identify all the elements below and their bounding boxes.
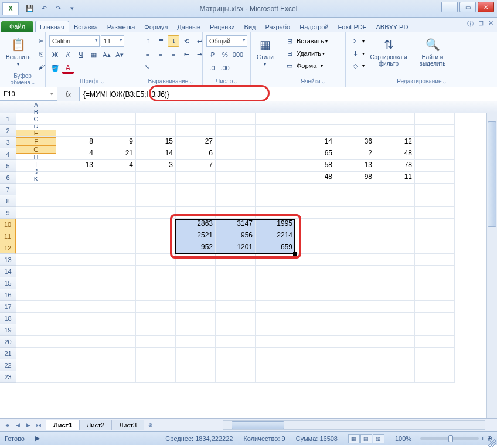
cell-E6[interactable] — [176, 172, 216, 184]
sheet-tab-2[interactable]: Лист3 — [111, 420, 144, 430]
cell-K23[interactable] — [415, 371, 455, 383]
cell-J19[interactable] — [375, 324, 415, 336]
font-grow-button[interactable]: A▴ — [101, 49, 113, 60]
cell-H10[interactable] — [295, 219, 335, 230]
cell-D12[interactable] — [136, 242, 176, 254]
cell-H9[interactable] — [295, 207, 335, 219]
number-format-combo[interactable]: Общий — [206, 35, 247, 47]
row-header-5[interactable]: 5 — [0, 160, 16, 172]
cell-H21[interactable] — [295, 348, 335, 359]
app-icon[interactable]: X — [2, 2, 19, 15]
cell-G19[interactable] — [256, 324, 295, 336]
align-right-button[interactable]: ≡ — [168, 48, 179, 60]
decimal-decrease-button[interactable]: .00 — [219, 62, 231, 74]
cell-A3[interactable] — [16, 137, 56, 148]
cell-C17[interactable] — [96, 301, 136, 313]
row-header-2[interactable]: 2 — [0, 125, 16, 137]
paste-button[interactable]: 📋 Вставить ▾ — [4, 35, 33, 68]
cell-F3[interactable] — [216, 137, 256, 148]
cell-F22[interactable] — [216, 359, 256, 371]
cell-B13[interactable] — [56, 254, 96, 266]
save-button[interactable]: 💾 — [23, 2, 36, 15]
cell-E7[interactable] — [176, 184, 216, 195]
cell-F9[interactable] — [216, 207, 256, 219]
cell-B23[interactable] — [56, 371, 96, 383]
cell-G11[interactable]: 2214 — [256, 230, 295, 242]
cell-G21[interactable] — [256, 348, 295, 359]
cell-B19[interactable] — [56, 324, 96, 336]
cell-A23[interactable] — [16, 371, 56, 383]
row-header-15[interactable]: 15 — [0, 277, 16, 289]
border-button[interactable]: ▦ — [88, 49, 100, 60]
undo-button[interactable]: ↶ — [38, 2, 50, 15]
cell-A18[interactable] — [16, 313, 56, 324]
cell-G7[interactable] — [256, 184, 295, 195]
italic-button[interactable]: К — [62, 49, 74, 60]
row-header-7[interactable]: 7 — [0, 184, 16, 195]
cell-H4[interactable]: 65 — [295, 148, 335, 160]
sheet-nav-prev[interactable]: ◀ — [13, 420, 22, 430]
cell-G9[interactable] — [256, 207, 295, 219]
cell-J15[interactable] — [375, 277, 415, 289]
cell-G16[interactable] — [256, 289, 295, 301]
row-header-9[interactable]: 9 — [0, 207, 16, 219]
cell-C19[interactable] — [96, 324, 136, 336]
cell-E9[interactable] — [176, 207, 216, 219]
cell-D20[interactable] — [136, 336, 176, 348]
cell-B5[interactable]: 13 — [56, 160, 96, 172]
cell-H22[interactable] — [295, 359, 335, 371]
cell-I14[interactable] — [335, 266, 375, 277]
ribbon-tab-5[interactable]: Рецензи — [205, 21, 240, 32]
cell-A17[interactable] — [16, 301, 56, 313]
zoom-in-button[interactable]: + — [481, 435, 485, 442]
decimal-increase-button[interactable]: .0 — [206, 62, 218, 74]
cell-H6[interactable]: 48 — [295, 172, 335, 184]
cell-B16[interactable] — [56, 289, 96, 301]
row-header-18[interactable]: 18 — [0, 313, 16, 324]
cell-C4[interactable]: 21 — [96, 148, 136, 160]
cell-D13[interactable] — [136, 254, 176, 266]
help-icon[interactable]: ⓘ — [467, 19, 474, 28]
cell-G8[interactable] — [256, 195, 295, 207]
cell-K18[interactable] — [415, 313, 455, 324]
cell-G18[interactable] — [256, 313, 295, 324]
cell-F4[interactable] — [216, 148, 256, 160]
font-shrink-button[interactable]: A▾ — [114, 49, 125, 60]
cell-G2[interactable] — [256, 125, 295, 137]
row-header-4[interactable]: 4 — [0, 148, 16, 160]
select-all-corner[interactable] — [0, 101, 16, 113]
cell-B1[interactable] — [56, 113, 96, 125]
cell-J8[interactable] — [375, 195, 415, 207]
cell-I2[interactable] — [335, 125, 375, 137]
cell-G12[interactable]: 659 — [256, 242, 295, 254]
cell-A2[interactable] — [16, 125, 56, 137]
worksheet-grid[interactable]: ABCDEFGHIJK 1238915271436124421146652485… — [0, 101, 497, 418]
cell-C13[interactable] — [96, 254, 136, 266]
cell-K10[interactable] — [415, 219, 455, 230]
row-header-16[interactable]: 16 — [0, 289, 16, 301]
row-header-13[interactable]: 13 — [0, 254, 16, 266]
cell-K17[interactable] — [415, 301, 455, 313]
merge-button[interactable]: ⤡ — [142, 61, 152, 73]
cell-G15[interactable] — [256, 277, 295, 289]
cell-B8[interactable] — [56, 195, 96, 207]
cell-J23[interactable] — [375, 371, 415, 383]
minimize-ribbon-icon[interactable]: ⊟ — [478, 19, 484, 28]
formula-input[interactable]: {=МУМНОЖ(B3:E5;H3:J6)} — [80, 87, 497, 101]
cell-G20[interactable] — [256, 336, 295, 348]
cell-J3[interactable]: 12 — [375, 137, 415, 148]
cell-C20[interactable] — [96, 336, 136, 348]
cell-H17[interactable] — [295, 301, 335, 313]
cell-C8[interactable] — [96, 195, 136, 207]
cell-E16[interactable] — [176, 289, 216, 301]
cell-H3[interactable]: 14 — [295, 137, 335, 148]
cell-F5[interactable] — [216, 160, 256, 172]
cell-D11[interactable] — [136, 230, 176, 242]
cell-A22[interactable] — [16, 359, 56, 371]
ribbon-tab-1[interactable]: Вставка — [69, 21, 103, 32]
cell-B18[interactable] — [56, 313, 96, 324]
cell-D1[interactable] — [136, 113, 176, 125]
ribbon-tab-4[interactable]: Данные — [172, 21, 205, 32]
cell-E20[interactable] — [176, 336, 216, 348]
cell-B20[interactable] — [56, 336, 96, 348]
